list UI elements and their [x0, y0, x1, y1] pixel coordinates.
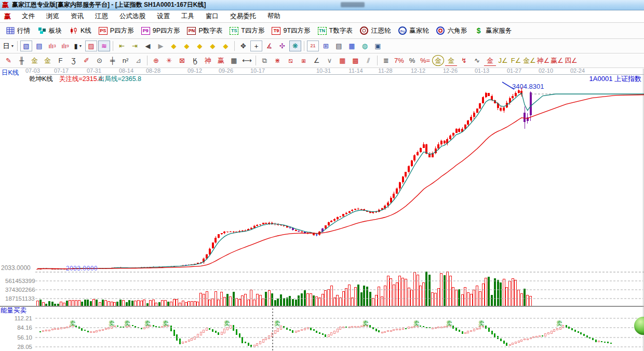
date-tick-label: 08-14	[119, 68, 133, 74]
volume-baseline	[0, 306, 644, 307]
sell-signal-label: 卖	[363, 320, 369, 327]
sell-signal-label: 卖	[446, 320, 452, 327]
exit-line-value: 出局线=2365.8	[98, 76, 141, 83]
date-tick-label: 12-12	[411, 68, 425, 74]
date-tick-label: 02-10	[539, 68, 553, 74]
date-tick-label: 02-24	[570, 68, 585, 74]
date-tick-label: 01-13	[475, 68, 489, 74]
ma-short-line	[37, 93, 644, 269]
sell-signal-label: 卖	[274, 320, 280, 327]
energy-axis-label: 56.10	[17, 334, 32, 341]
chart-area[interactable]: 07-0307-1707-3108-1408-2809-1209-2610-17…	[0, 0, 644, 351]
period-label: 日K线	[2, 70, 19, 77]
qiankun-indicator-label: 乾坤K线	[29, 76, 53, 83]
sell-signal-label: 卖	[556, 320, 562, 327]
date-tick-label: 11-14	[348, 68, 363, 74]
energy-axis-label: 112.21	[15, 315, 32, 321]
date-tick-label: 11-28	[378, 68, 392, 74]
sell-signal-label: 卖	[413, 320, 420, 327]
energy-pane-label: 能量买卖	[1, 307, 26, 315]
chart-canvas[interactable]: 07-0307-1707-3108-1408-2809-1209-2610-17…	[0, 0, 644, 351]
volume-axis-label: 187151133	[5, 295, 35, 302]
watch-line-value: 关注线=2315.4	[59, 76, 102, 83]
sell-signal-label: 卖	[163, 320, 169, 327]
date-tick-label: 09-26	[219, 68, 233, 74]
sell-signal-label: 卖	[70, 320, 76, 327]
base-price-blue-label: 2033.0000	[66, 265, 98, 272]
base-price-label: 2033.0000	[1, 265, 31, 272]
volume-series	[36, 272, 532, 306]
volume-axis-label: 561453399	[5, 278, 35, 284]
date-tick-label: 10-31	[316, 68, 331, 74]
date-tick-label: 12-26	[443, 68, 458, 74]
app-window: { "window": {"logo": "赢", "title": "赢家江恩…	[0, 0, 644, 351]
energy-axis-label: 84.16	[17, 325, 32, 331]
sell-signal-label: 卖	[124, 320, 130, 327]
energy-series	[39, 325, 611, 347]
date-tick-label: 08-28	[146, 68, 160, 74]
energy-axis-label: 28.05	[17, 344, 32, 350]
candlestick-series	[36, 87, 532, 269]
sell-signal-label: 卖	[224, 320, 230, 327]
peak-price-tag: 3404.8301	[512, 83, 544, 90]
date-tick-label: 09-12	[187, 68, 202, 74]
volume-axis-label: 374302266	[5, 287, 35, 293]
symbol-label: 1A0001 上证指数	[589, 75, 641, 83]
sell-signal-label: 卖	[144, 320, 151, 327]
date-tick-label: 07-03	[25, 68, 40, 74]
sell-signal-label: 卖	[109, 320, 115, 327]
sell-signal-label: 卖	[478, 320, 485, 327]
date-tick-label: 10-17	[250, 68, 265, 74]
date-tick-label: 01-27	[507, 68, 521, 74]
date-tick-label: 07-17	[54, 68, 69, 74]
date-tick-label: 07-31	[87, 68, 101, 74]
ma-long-line	[37, 95, 644, 269]
